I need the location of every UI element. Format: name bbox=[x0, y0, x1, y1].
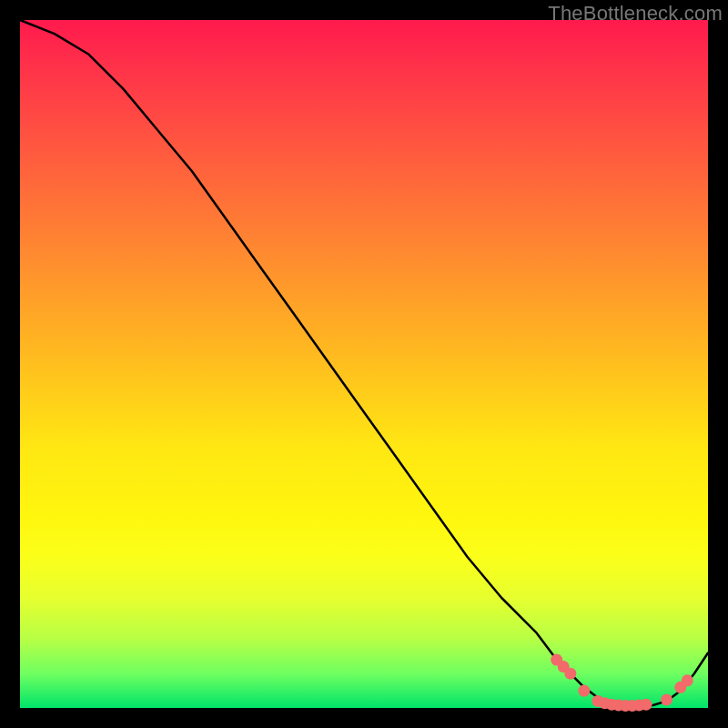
chart-frame: TheBottleneck.com bbox=[0, 0, 728, 728]
marker-dot bbox=[564, 668, 576, 680]
chart-plot-area bbox=[20, 20, 708, 708]
watermark-text: TheBottleneck.com bbox=[548, 2, 723, 25]
marker-dot bbox=[641, 699, 652, 711]
bottleneck-curve bbox=[20, 20, 708, 706]
marker-group bbox=[551, 654, 693, 712]
marker-dot bbox=[682, 674, 693, 686]
marker-dot bbox=[661, 693, 672, 705]
marker-dot bbox=[578, 685, 590, 697]
chart-svg bbox=[20, 20, 708, 708]
